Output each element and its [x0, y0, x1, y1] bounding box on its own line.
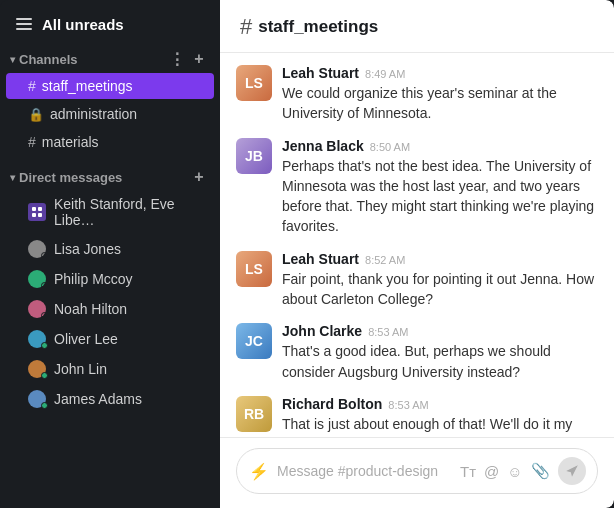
message-input-area: ⚡ Tт @ ☺ 📎 — [220, 437, 614, 508]
message-text: Fair point, thank you for pointing it ou… — [282, 269, 598, 310]
channel-name: materials — [42, 134, 99, 150]
lock-icon: 🔒 — [28, 107, 44, 122]
chevron-down-icon: ▾ — [10, 54, 15, 65]
dm-section-header[interactable]: ▾ Direct messages + — [0, 162, 220, 190]
avatar-wrapper — [28, 300, 46, 318]
avatar-wrapper — [28, 330, 46, 348]
avatar: JB — [236, 138, 272, 174]
avatar-wrapper — [28, 270, 46, 288]
avatar-wrapper — [28, 360, 46, 378]
svg-rect-3 — [38, 213, 42, 217]
dm-item-james[interactable]: James Adams — [6, 385, 214, 413]
message-author: Leah Stuart — [282, 65, 359, 81]
main-content: # staff_meetings LS Leah Stuart 8:49 AM … — [220, 0, 614, 508]
svg-rect-1 — [38, 207, 42, 211]
dm-item-lisa[interactable]: Lisa Jones — [6, 235, 214, 263]
channel-hash-icon: # — [240, 14, 252, 40]
message-header: John Clarke 8:53 AM — [282, 323, 598, 339]
message-header: Richard Bolton 8:53 AM — [282, 396, 598, 412]
status-dot-offline — [41, 312, 48, 319]
message-header: Jenna Black 8:50 AM — [282, 138, 598, 154]
message-content: Leah Stuart 8:49 AM We could organize th… — [282, 65, 598, 124]
message-author: Leah Stuart — [282, 251, 359, 267]
svg-rect-2 — [32, 213, 36, 217]
channels-add-icon[interactable]: + — [190, 50, 208, 68]
message-author: Richard Bolton — [282, 396, 382, 412]
dm-name: Philip Mccoy — [54, 271, 133, 287]
message-text: We could organize this year's seminar at… — [282, 83, 598, 124]
dm-label: Direct messages — [19, 170, 190, 185]
dm-item-oliver[interactable]: Oliver Lee — [6, 325, 214, 353]
status-dot-offline — [41, 282, 48, 289]
avatar-wrapper — [28, 240, 46, 258]
input-box: ⚡ Tт @ ☺ 📎 — [236, 448, 598, 494]
dm-item-keith[interactable]: Keith Stanford, Eve Libe… — [6, 191, 214, 233]
message-time: 8:52 AM — [365, 254, 405, 266]
message-content: John Clarke 8:53 AM That's a good idea. … — [282, 323, 598, 382]
dm-item-noah[interactable]: Noah Hilton — [6, 295, 214, 323]
message-time: 8:53 AM — [368, 326, 408, 338]
dm-name: James Adams — [54, 391, 142, 407]
message-text: That is just about enough of that! We'll… — [282, 414, 598, 437]
channels-label: Channels — [19, 52, 168, 67]
hash-icon: # — [28, 134, 36, 150]
status-dot-offline — [41, 252, 48, 259]
at-icon[interactable]: @ — [484, 463, 499, 480]
avatar: RB — [236, 396, 272, 432]
hamburger-icon[interactable] — [14, 14, 34, 34]
channel-header-name: staff_meetings — [258, 17, 378, 37]
message-time: 8:50 AM — [370, 141, 410, 153]
attachment-icon[interactable]: 📎 — [531, 462, 550, 480]
message-content: Jenna Black 8:50 AM Perhaps that's not t… — [282, 138, 598, 237]
message-text: That's a good idea. But, perhaps we shou… — [282, 341, 598, 382]
message-time: 8:53 AM — [388, 399, 428, 411]
avatar — [28, 203, 46, 221]
message-input[interactable] — [277, 463, 452, 479]
dm-add-icon[interactable]: + — [190, 168, 208, 186]
dm-name: Oliver Lee — [54, 331, 118, 347]
dm-name: John Lin — [54, 361, 107, 377]
dm-item-philip[interactable]: Philip Mccoy — [6, 265, 214, 293]
text-format-icon[interactable]: Tт — [460, 463, 476, 480]
channel-header: # staff_meetings — [220, 0, 614, 53]
channel-name: staff_meetings — [42, 78, 133, 94]
emoji-icon[interactable]: ☺ — [507, 463, 522, 480]
message-author: Jenna Black — [282, 138, 364, 154]
sidebar-title: All unreads — [42, 16, 208, 33]
channels-section-header[interactable]: ▾ Channels ⋮ + — [0, 44, 220, 72]
messages-area: LS Leah Stuart 8:49 AM We could organize… — [220, 53, 614, 437]
message-row: LS Leah Stuart 8:52 AM Fair point, thank… — [236, 251, 598, 310]
message-row: LS Leah Stuart 8:49 AM We could organize… — [236, 65, 598, 124]
channel-item-materials[interactable]: # materials — [6, 129, 214, 155]
hash-icon: # — [28, 78, 36, 94]
message-author: John Clarke — [282, 323, 362, 339]
svg-rect-0 — [32, 207, 36, 211]
channel-item-administration[interactable]: 🔒 administration — [6, 101, 214, 127]
avatar: JC — [236, 323, 272, 359]
avatar: LS — [236, 65, 272, 101]
send-button[interactable] — [558, 457, 586, 485]
dm-item-john-lin[interactable]: John Lin — [6, 355, 214, 383]
message-text: Perhaps that's not the best idea. The Un… — [282, 156, 598, 237]
chevron-down-icon: ▾ — [10, 172, 15, 183]
message-row: JB Jenna Black 8:50 AM Perhaps that's no… — [236, 138, 598, 237]
message-content: Richard Bolton 8:53 AM That is just abou… — [282, 396, 598, 437]
channels-more-icon[interactable]: ⋮ — [168, 50, 186, 68]
channel-item-staff-meetings[interactable]: # staff_meetings — [6, 73, 214, 99]
status-dot-online — [41, 342, 48, 349]
message-time: 8:49 AM — [365, 68, 405, 80]
message-row: RB Richard Bolton 8:53 AM That is just a… — [236, 396, 598, 437]
input-actions: Tт @ ☺ 📎 — [460, 457, 586, 485]
sidebar: All unreads ▾ Channels ⋮ + # staff_meeti… — [0, 0, 220, 508]
send-icon — [565, 464, 579, 478]
status-dot-online — [41, 402, 48, 409]
message-header: Leah Stuart 8:52 AM — [282, 251, 598, 267]
lightning-icon: ⚡ — [249, 462, 269, 481]
status-dot-online — [41, 372, 48, 379]
sidebar-header: All unreads — [0, 0, 220, 44]
dm-name: Lisa Jones — [54, 241, 121, 257]
dm-name: Keith Stanford, Eve Libe… — [54, 196, 202, 228]
avatar: LS — [236, 251, 272, 287]
channel-name: administration — [50, 106, 137, 122]
dm-name: Noah Hilton — [54, 301, 127, 317]
